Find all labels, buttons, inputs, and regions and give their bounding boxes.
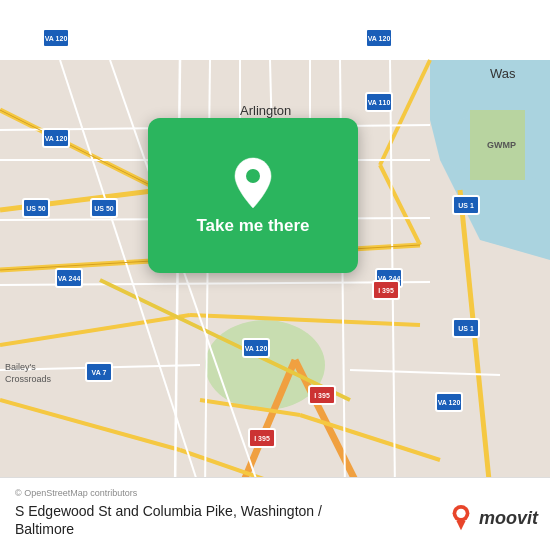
- moovit-logo: moovit: [447, 504, 538, 532]
- shield-va7: VA 7: [85, 362, 113, 382]
- svg-text:Arlington: Arlington: [240, 103, 291, 118]
- shield-us50-left: US 50: [22, 198, 50, 218]
- svg-text:Crossroads: Crossroads: [5, 374, 52, 384]
- svg-point-43: [456, 509, 465, 518]
- shield-va120-top-right: VA 120: [365, 28, 393, 48]
- bottom-bar: © OpenStreetMap contributors S Edgewood …: [0, 477, 550, 550]
- map-container: GWMP Arlington Bailey's Crossroads Was V…: [0, 0, 550, 550]
- location-line2: Baltimore: [15, 521, 74, 537]
- location-line1: S Edgewood St and Columbia Pike, Washing…: [15, 503, 322, 519]
- shield-us1-top: US 1: [452, 195, 480, 215]
- moovit-text: moovit: [479, 508, 538, 529]
- moovit-logo-icon: [447, 504, 475, 532]
- shield-va110: VA 110: [365, 92, 393, 112]
- shield-va120-bot-right: VA 120: [435, 392, 463, 412]
- take-me-there-button[interactable]: Take me there: [148, 118, 358, 273]
- svg-text:Was: Was: [490, 66, 516, 81]
- shield-va244-left: VA 244: [55, 268, 83, 288]
- shield-i395-bot2: I 395: [248, 428, 276, 448]
- shield-i395-bot1: I 395: [308, 385, 336, 405]
- shield-i395-mid: I 395: [372, 280, 400, 300]
- svg-text:Bailey's: Bailey's: [5, 362, 36, 372]
- svg-marker-44: [456, 521, 465, 530]
- shield-va120-bot: VA 120: [242, 338, 270, 358]
- svg-point-1: [205, 320, 325, 410]
- copyright-text: © OpenStreetMap contributors: [15, 488, 535, 498]
- shield-va120-mid-left: VA 120: [42, 128, 70, 148]
- take-me-there-label: Take me there: [196, 216, 309, 236]
- shield-us1-bot: US 1: [452, 318, 480, 338]
- shield-va120-top-left: VA 120: [42, 28, 70, 48]
- svg-point-41: [246, 169, 260, 183]
- shield-us50-mid: US 50: [90, 198, 118, 218]
- svg-text:GWMP: GWMP: [487, 140, 516, 150]
- location-pin-icon: [228, 156, 278, 206]
